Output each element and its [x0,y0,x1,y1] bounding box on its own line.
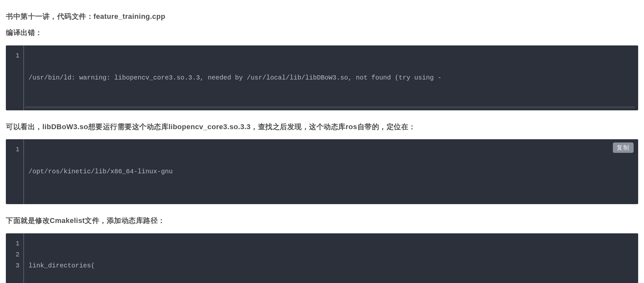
code-block-2: 1 /opt/ros/kinetic/lib/x86_64-linux-gnu … [6,139,638,204]
paragraph-line-1: 书中第十一讲，代码文件：feature_training.cpp [6,10,638,23]
copy-button[interactable]: 复制 [613,142,634,153]
paragraph-line-2: 编译出错： [6,26,638,40]
code-content: /usr/bin/ld: warning: libopencv_core3.so… [24,45,638,110]
line-number: 1 [16,238,19,249]
code-content: link_directories( /opt/ros/kinetic/lib/x… [24,233,638,283]
line-number: 3 [16,260,19,271]
code-content: /opt/ros/kinetic/lib/x86_64-linux-gnu [24,139,638,204]
code-gutter: 1 [6,45,24,110]
line-number: 1 [16,144,19,155]
code-gutter: 1 2 3 [6,233,24,283]
line-number: 2 [16,249,19,260]
code-block-1: 1 /usr/bin/ld: warning: libopencv_core3.… [6,45,638,110]
code-line: /opt/ros/kinetic/lib/x86_64-linux-gnu [29,166,634,177]
code-block-3: 1 2 3 link_directories( /opt/ros/kinetic… [6,233,638,283]
code-gutter: 1 [6,139,24,204]
paragraph-3: 下面就是修改Cmakelist文件，添加动态库路径： [6,214,638,228]
paragraph-2: 可以看出，libDBoW3.so想要运行需要这个动态库libopencv_cor… [6,120,638,134]
code-line: link_directories( [29,260,634,271]
line-number: 1 [16,50,19,61]
code-line: /usr/bin/ld: warning: libopencv_core3.so… [29,72,634,83]
